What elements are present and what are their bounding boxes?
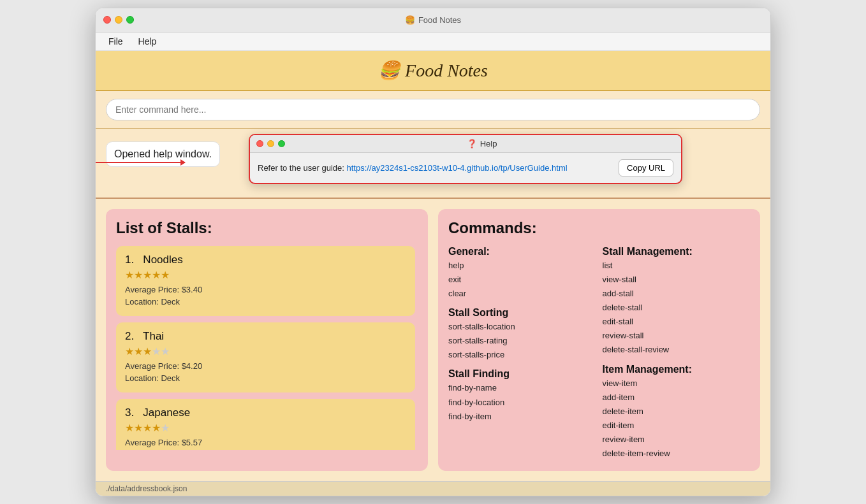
cmd-view-stall: view-stall xyxy=(603,273,751,287)
cmd-clear: clear xyxy=(448,287,596,301)
cmd-review-item: review-item xyxy=(603,433,751,447)
cmd-section-finding-title: Stall Finding xyxy=(448,368,596,380)
stall-name: 1. Noodles xyxy=(125,254,406,266)
help-url-text: Refer to the user guide: https://ay2324s… xyxy=(258,163,612,173)
cmd-section-item-mgmt-title: Item Management: xyxy=(603,364,751,375)
status-bar: ./data/addressbook.json xyxy=(96,481,770,496)
app-title: 🍔 Food Notes xyxy=(105,60,761,81)
minimize-button[interactable] xyxy=(115,16,122,24)
stall-price: Average Price: $5.57 xyxy=(125,436,406,449)
cmd-section-mgmt-title: Stall Management: xyxy=(603,246,751,257)
title-bar: 🍔 Food Notes xyxy=(96,8,770,32)
commands-title: Commands: xyxy=(448,219,750,237)
commands-right: Stall Management: list view-stall add-st… xyxy=(603,246,751,461)
cmd-sort-location: sort-stalls-location xyxy=(448,320,596,334)
help-popup-body: Refer to the user guide: https://ay2324s… xyxy=(250,153,681,183)
help-popup-title: ❓ Help xyxy=(289,139,675,148)
annotation-container: User Guide Link xyxy=(95,153,185,173)
cmd-add-stall: add-stall xyxy=(603,287,751,301)
stall-stars: ★★★★★ xyxy=(125,422,406,434)
help-body-prefix: Refer to the user guide: xyxy=(258,163,346,173)
stall-price: Average Price: $3.40 xyxy=(125,284,406,296)
help-icon: ❓ xyxy=(467,139,477,148)
stalls-panel: List of Stalls: 1. Noodles ★★★★★ Average… xyxy=(106,209,428,471)
help-maximize-button[interactable] xyxy=(278,140,285,147)
cmd-sort-price: sort-stalls-price xyxy=(448,348,596,362)
cmd-view-item: view-item xyxy=(603,377,751,391)
cmd-delete-stall: delete-stall xyxy=(603,301,751,315)
menu-file[interactable]: File xyxy=(106,35,126,48)
app-title-text: Food Notes xyxy=(405,61,488,80)
stall-item: 2. Thai ★★★★★ Average Price: $4.20 Locat… xyxy=(116,322,415,392)
stall-location: Location: Deck xyxy=(125,372,406,385)
stall-stars: ★★★★★ xyxy=(125,345,406,357)
command-section xyxy=(96,91,770,129)
help-url-link[interactable]: https://ay2324s1-cs2103t-w10-4.github.io… xyxy=(346,163,567,173)
cmd-find-name: find-by-name xyxy=(448,381,596,395)
cmd-add-item: add-item xyxy=(603,391,751,405)
command-input[interactable] xyxy=(106,99,760,120)
cmd-delete-item: delete-item xyxy=(603,405,751,419)
close-button[interactable] xyxy=(103,16,111,24)
stall-name: 3. Japanese xyxy=(125,407,406,419)
annotation-arrow xyxy=(95,162,185,163)
cmd-delete-item-review: delete-item-review xyxy=(603,447,751,461)
window-title-emoji: 🍔 xyxy=(405,15,415,25)
stall-location: Location: Deck xyxy=(125,449,406,450)
stalls-title: List of Stalls: xyxy=(116,219,418,237)
cmd-edit-stall: edit-stall xyxy=(603,315,751,329)
cmd-help: help xyxy=(448,259,596,273)
window-title: 🍔 Food Notes xyxy=(405,15,461,25)
output-section: User Guide Link Opened help window. ❓ He… xyxy=(96,129,770,199)
status-text: ./data/addressbook.json xyxy=(106,484,187,493)
app-title-emoji: 🍔 xyxy=(378,61,400,80)
help-popup: ❓ Help Refer to the user guide: https://… xyxy=(249,134,682,184)
stall-location: Location: Deck xyxy=(125,296,406,308)
commands-grid: General: help exit clear Stall Sorting s… xyxy=(448,246,750,461)
main-content: List of Stalls: 1. Noodles ★★★★★ Average… xyxy=(96,199,770,481)
cmd-section-sorting-title: Stall Sorting xyxy=(448,307,596,319)
maximize-button[interactable] xyxy=(126,16,134,24)
cmd-section-general-title: General: xyxy=(448,246,596,257)
help-minimize-button[interactable] xyxy=(267,140,274,147)
stall-name: 2. Thai xyxy=(125,330,406,343)
help-close-button[interactable] xyxy=(256,140,263,147)
stall-number: 2. xyxy=(125,330,134,342)
stall-price: Average Price: $4.20 xyxy=(125,360,406,373)
cmd-review-stall: review-stall xyxy=(603,329,751,343)
cmd-find-location: find-by-location xyxy=(448,396,596,410)
stall-stars: ★★★★★ xyxy=(125,269,406,281)
menu-help[interactable]: Help xyxy=(136,35,159,48)
traffic-lights xyxy=(103,16,134,24)
app-header: 🍔 Food Notes xyxy=(96,51,770,91)
help-popup-title-bar: ❓ Help xyxy=(250,135,681,153)
window-title-text: Food Notes xyxy=(418,15,461,25)
stall-list: 1. Noodles ★★★★★ Average Price: $3.40 Lo… xyxy=(116,246,418,450)
arrow-head xyxy=(180,159,186,166)
copy-url-button[interactable]: Copy URL xyxy=(619,159,673,176)
stall-number: 1. xyxy=(125,254,134,266)
menu-bar: File Help xyxy=(96,32,770,51)
cmd-find-item: find-by-item xyxy=(448,410,596,424)
cmd-sort-rating: sort-stalls-rating xyxy=(448,334,596,348)
cmd-exit: exit xyxy=(448,273,596,287)
help-title-text: Help xyxy=(480,139,497,148)
stall-number: 3. xyxy=(125,407,134,419)
cmd-list: list xyxy=(603,259,751,273)
stall-item: 1. Noodles ★★★★★ Average Price: $3.40 Lo… xyxy=(116,246,415,316)
cmd-edit-item: edit-item xyxy=(603,419,751,433)
cmd-delete-stall-review: delete-stall-review xyxy=(603,343,751,357)
commands-left: General: help exit clear Stall Sorting s… xyxy=(448,246,596,461)
app-window: 🍔 Food Notes File Help 🍔 Food Notes User… xyxy=(95,8,771,496)
stall-item: 3. Japanese ★★★★★ Average Price: $5.57 L… xyxy=(116,399,415,450)
commands-panel: Commands: General: help exit clear Stall… xyxy=(438,209,760,471)
